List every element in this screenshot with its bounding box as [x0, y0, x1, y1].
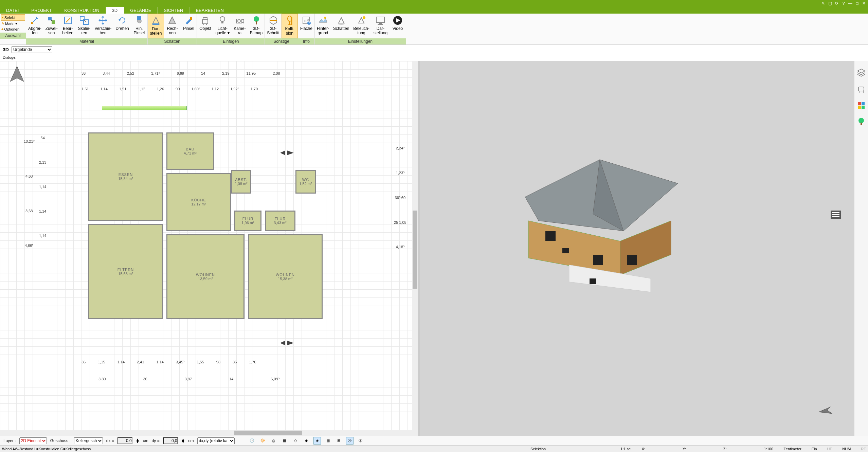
dimension: 36: [82, 360, 86, 364]
tab-bearbeiten[interactable]: BEARBEITEN: [189, 7, 230, 14]
objekt-button[interactable]: Objekt: [197, 14, 213, 38]
dimension: 1,14: [39, 185, 46, 189]
geschoss-dropdown[interactable]: Kellergesch: [74, 437, 103, 444]
dimension: 1,70: [249, 360, 256, 364]
dimension: 54: [41, 136, 45, 140]
furniture-icon[interactable]: [856, 84, 866, 94]
zuweisen-button[interactable]: Zuwei- sen: [43, 14, 60, 38]
dimension: 10,21⁵: [24, 139, 35, 144]
dy-stepper[interactable]: ▲▼: [181, 438, 185, 443]
box-icon[interactable]: ▢: [827, 1, 833, 6]
schatten-icon: [336, 15, 347, 26]
dx-input[interactable]: [117, 437, 132, 444]
group-auswahl: ▸Selekt ✎Mark.▾ +Optionen Auswahl: [0, 14, 26, 44]
tab-projekt[interactable]: PROJEKT: [25, 7, 58, 14]
layers-icon[interactable]: [856, 68, 866, 77]
coord-mode-dropdown[interactable]: dx,dy (relativ ka: [197, 437, 235, 444]
verschieben-button[interactable]: Verschie- ben: [92, 14, 113, 38]
svg-rect-10: [203, 18, 207, 20]
refresh-icon[interactable]: ⟳: [834, 1, 839, 6]
kamera-button[interactable]: Kame- ra: [232, 14, 248, 38]
dimension: 4,66⁵: [25, 243, 33, 248]
dimension: 2,19: [222, 71, 229, 76]
sub-toolbar: 3D Urgelände: [0, 45, 868, 54]
dy-input[interactable]: [163, 437, 178, 444]
layer-dropdown[interactable]: 2D Einricht: [19, 437, 47, 444]
clock-icon[interactable]: 🕑: [248, 437, 256, 445]
3dbitmap-button[interactable]: 3D- Bitmap: [248, 14, 265, 38]
svg-rect-8: [190, 17, 192, 20]
bearbeiten-button[interactable]: Bear- beiten: [60, 14, 76, 38]
color-icon[interactable]: ▦: [281, 437, 288, 445]
3dschnitt-button[interactable]: 3D- Schnitt: [265, 14, 282, 38]
view-3d[interactable]: [420, 61, 854, 436]
close-icon[interactable]: ✕: [861, 1, 867, 6]
dimension: 1,70: [251, 87, 258, 91]
schatten-button[interactable]: Schatten: [331, 14, 351, 38]
flaeche-button[interactable]: m²?Fläche: [298, 14, 314, 38]
side-tab-handle[interactable]: [831, 211, 841, 219]
view-2d[interactable]: 363,442,521,71⁵6,69142,1911,952,08 1,511…: [0, 61, 418, 436]
room-abst.: ABST.1,08 m²: [231, 170, 251, 194]
help-icon[interactable]: ?: [841, 1, 846, 6]
3dschnitt-icon: [268, 15, 279, 26]
dimension: 1,14: [117, 360, 125, 364]
skalieren-button[interactable]: Skalie- ren: [76, 14, 93, 38]
ribbon-tabs: DATEIPROJEKTKONSTRUKTION3DGELÄNDESICHTEN…: [0, 7, 868, 14]
dx-stepper[interactable]: ▲▼: [136, 438, 140, 443]
snap1-icon[interactable]: ◇: [292, 437, 299, 445]
geschoss-label: Geschoss :: [50, 438, 71, 443]
scrollbar-horizontal[interactable]: [0, 430, 418, 436]
skalieren-icon: [79, 15, 90, 26]
rechnen-button[interactable]: Rech- nen: [164, 14, 180, 38]
dimension: 11,95: [247, 71, 256, 76]
darstellen-button[interactable]: Dar- stellen: [148, 14, 164, 38]
abgreifen-button[interactable]: Abgrei- fen: [26, 14, 43, 38]
kollision-button[interactable]: Kolli- sion: [282, 14, 298, 38]
video-button[interactable]: Video: [390, 14, 406, 38]
sun-icon[interactable]: 🔆: [259, 437, 267, 445]
beleuchtung-button[interactable]: Beleuch- tung: [351, 14, 371, 38]
dimension: 1,60⁵: [191, 87, 200, 91]
section-marker-icon: [278, 149, 295, 156]
dimension: 1,51: [82, 87, 89, 91]
urgelaende-dropdown[interactable]: Urgelände: [12, 46, 52, 53]
room-wohnen: WOHNEN13,59 m²: [166, 234, 245, 319]
minimize-icon[interactable]: —: [848, 1, 853, 6]
dimension: 1,14: [39, 234, 46, 238]
grid-icon[interactable]: ▦: [324, 437, 332, 445]
mark-button[interactable]: ✎Mark.▾: [1, 21, 25, 26]
pinsel-button[interactable]: Pinsel: [180, 14, 197, 38]
maximize-icon[interactable]: □: [854, 1, 860, 6]
kamera-icon: [234, 15, 245, 26]
hintergrund-button[interactable]: Hinter- grund: [315, 14, 331, 38]
print-icon[interactable]: ⎙: [270, 437, 277, 445]
drehen-button[interactable]: Drehen: [113, 14, 131, 38]
grid2-icon[interactable]: ⊞: [335, 437, 343, 445]
dimension: 2,41: [137, 360, 144, 364]
info-icon[interactable]: ⓘ: [357, 437, 364, 445]
room-wc: WC1,52 m²: [295, 170, 316, 194]
scrollbar-vertical[interactable]: [412, 61, 418, 430]
snap2-icon[interactable]: ◆: [303, 437, 310, 445]
snap3-icon[interactable]: ◈: [313, 437, 321, 445]
optionen-button[interactable]: +Optionen: [1, 26, 25, 32]
selekt-button[interactable]: ▸Selekt: [1, 14, 25, 21]
tab-konstruktion[interactable]: KONSTRUKTION: [58, 7, 106, 14]
materials-icon[interactable]: [856, 101, 866, 110]
svg-rect-48: [858, 87, 864, 91]
darstellen-icon: [150, 15, 161, 26]
darstellung-button[interactable]: Dar- stellung: [372, 14, 390, 38]
north-icon[interactable]: Ⓝ: [346, 437, 354, 445]
hinpinsel-button[interactable]: Hin. Pinsel: [131, 14, 147, 38]
dimension: 6,69: [177, 71, 184, 76]
tab-3d[interactable]: 3D: [106, 7, 124, 14]
tab-datei[interactable]: DATEI: [0, 7, 25, 14]
svg-rect-42: [593, 255, 603, 265]
dimension: 1,14: [100, 87, 107, 91]
tab-sichten[interactable]: SICHTEN: [158, 7, 189, 14]
lichtquelle-button[interactable]: Licht- quelle ▾: [213, 14, 231, 38]
tab-gelände[interactable]: GELÄNDE: [124, 7, 158, 14]
wand-icon[interactable]: ✎: [820, 1, 826, 6]
tree-icon[interactable]: [856, 117, 866, 126]
